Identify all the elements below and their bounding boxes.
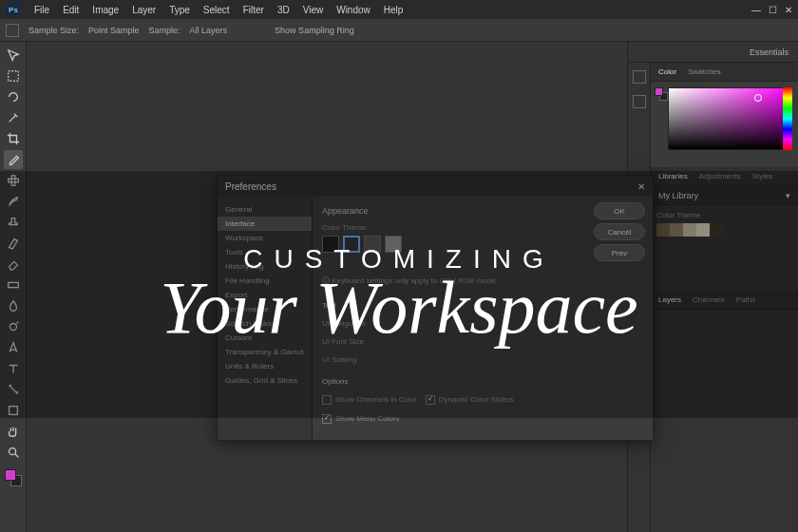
menu-file[interactable]: File [34, 5, 49, 15]
dialog-title-text: Preferences [225, 181, 276, 192]
dialog-close-icon[interactable]: ✕ [637, 181, 645, 192]
crop-tool[interactable] [4, 129, 23, 148]
shape-tool[interactable] [4, 401, 23, 420]
theme-swatch-medium[interactable] [364, 236, 381, 253]
menu-3d[interactable]: 3D [277, 5, 290, 15]
menu-filter[interactable]: Filter [243, 5, 264, 15]
show-ring-option[interactable]: Show Sampling Ring [275, 26, 354, 35]
menu-view[interactable]: View [303, 5, 324, 15]
pref-export[interactable]: Export [218, 288, 312, 302]
ui-font-size-row[interactable]: UI Font Size [322, 337, 643, 346]
color-panel [651, 82, 798, 167]
ok-button[interactable]: OK [594, 202, 645, 219]
gradient-tool[interactable] [4, 276, 23, 294]
stamp-tool[interactable] [4, 213, 23, 232]
pref-general[interactable]: General [218, 202, 312, 217]
pref-transparency[interactable]: Transparency & Gamut [218, 345, 312, 359]
maximize-icon[interactable]: ☐ [769, 5, 777, 15]
close-icon[interactable]: ✕ [785, 5, 792, 15]
menu-window[interactable]: Window [336, 5, 370, 15]
menu-edit[interactable]: Edit [63, 5, 79, 15]
pref-scratch[interactable]: Scratch Disks [218, 316, 312, 331]
pref-history[interactable]: History Log [218, 259, 312, 274]
lasso-tool[interactable] [4, 87, 23, 106]
tab-styles[interactable]: Styles [752, 172, 773, 180]
history-brush-tool[interactable] [4, 234, 23, 253]
move-tool[interactable] [4, 46, 23, 65]
tab-swatches[interactable]: Swatches [688, 67, 721, 76]
svg-point-4 [10, 324, 16, 331]
app-logo: Ps [6, 2, 21, 17]
dodge-tool[interactable] [4, 317, 23, 336]
cancel-button[interactable]: Cancel [594, 223, 645, 240]
type-tool[interactable] [4, 359, 23, 378]
menu-image[interactable]: Image [92, 5, 119, 15]
color-panel-tabs: Color Swatches [651, 63, 798, 82]
zoom-tool[interactable] [4, 443, 23, 462]
tab-layers[interactable]: Layers [658, 295, 681, 304]
tab-channels[interactable]: Channels [693, 295, 725, 304]
workspace-switcher[interactable]: Essentials [628, 42, 798, 63]
svg-rect-2 [8, 179, 18, 182]
brush-tool[interactable] [4, 192, 23, 211]
eyedropper-icon[interactable] [6, 24, 19, 37]
ui-language-row[interactable]: UI Language [322, 319, 643, 328]
tab-libraries[interactable]: Libraries [658, 172, 688, 180]
pref-workspace[interactable]: Workspace [218, 231, 312, 245]
hue-slider[interactable] [783, 87, 792, 150]
checkbox-menu-colors[interactable] [322, 414, 332, 424]
library-section-label: Color Theme [656, 211, 792, 219]
path-tool[interactable] [4, 380, 23, 399]
history-icon[interactable] [633, 70, 646, 84]
eraser-tool[interactable] [4, 255, 23, 274]
marquee-tool[interactable] [4, 66, 23, 86]
menu-help[interactable]: Help [384, 5, 404, 15]
wand-tool[interactable] [4, 108, 23, 127]
tools-panel [0, 42, 27, 532]
ui-scaling-row[interactable]: UI Scaling [322, 355, 643, 364]
hand-tool[interactable] [4, 422, 23, 441]
foreground-background-colors[interactable] [5, 469, 22, 486]
pref-cursors[interactable]: Cursors [218, 331, 312, 345]
menu-select[interactable]: Select [203, 5, 230, 15]
sample-size-value[interactable]: Point Sample [88, 26, 140, 35]
pref-units[interactable]: Units & Rulers [218, 359, 312, 373]
canvas-area[interactable]: Preferences ✕ General Interface Workspac… [27, 42, 627, 532]
pref-performance[interactable]: Performance [218, 302, 312, 316]
pen-tool[interactable] [4, 338, 23, 357]
theme-swatch-dark[interactable] [322, 236, 339, 253]
tab-paths[interactable]: Paths [736, 295, 755, 304]
menu-layer[interactable]: Layer [132, 5, 156, 15]
options-bar: Sample Size: Point Sample Sample: All La… [0, 19, 798, 42]
tab-color[interactable]: Color [658, 67, 676, 76]
dialog-titlebar[interactable]: Preferences ✕ [218, 176, 653, 197]
sample-label: Sample: [149, 26, 180, 35]
preferences-categories: General Interface Workspace Tools Histor… [218, 197, 313, 440]
info-text: Keyboard settings only apply to GPU RGB … [332, 276, 496, 285]
menu-type[interactable]: Type [169, 5, 190, 15]
checkbox-channels-color[interactable] [322, 395, 332, 405]
prev-button[interactable]: Prev [594, 244, 645, 261]
pref-guides[interactable]: Guides, Grid & Slices [218, 373, 312, 388]
pref-interface[interactable]: Interface [218, 217, 312, 231]
layers-panel[interactable] [651, 310, 798, 532]
text-section-label: Text [322, 301, 643, 310]
heal-tool[interactable] [4, 171, 23, 190]
color-fgbg[interactable] [655, 87, 668, 101]
sample-value[interactable]: All Layers [190, 26, 228, 35]
library-dropdown[interactable]: My Library▾ [651, 186, 798, 205]
eyedropper-tool[interactable] [4, 150, 23, 169]
color-picker-field[interactable] [668, 87, 791, 150]
pref-file-handling[interactable]: File Handling [218, 274, 312, 288]
layers-panel-tabs: Layers Channels Paths [651, 291, 798, 310]
theme-swatch-medium-dark[interactable] [343, 236, 360, 253]
tab-adjustments[interactable]: Adjustments [699, 172, 741, 180]
library-theme-swatches[interactable] [656, 223, 792, 237]
opt-dynamic-sliders: Dynamic Color Sliders [439, 395, 514, 404]
theme-swatch-light[interactable] [385, 236, 402, 253]
blur-tool[interactable] [4, 296, 23, 315]
pref-tools[interactable]: Tools [218, 245, 312, 259]
properties-icon[interactable] [633, 95, 646, 108]
minimize-icon[interactable]: — [751, 5, 761, 15]
checkbox-dynamic-sliders[interactable] [426, 395, 435, 405]
